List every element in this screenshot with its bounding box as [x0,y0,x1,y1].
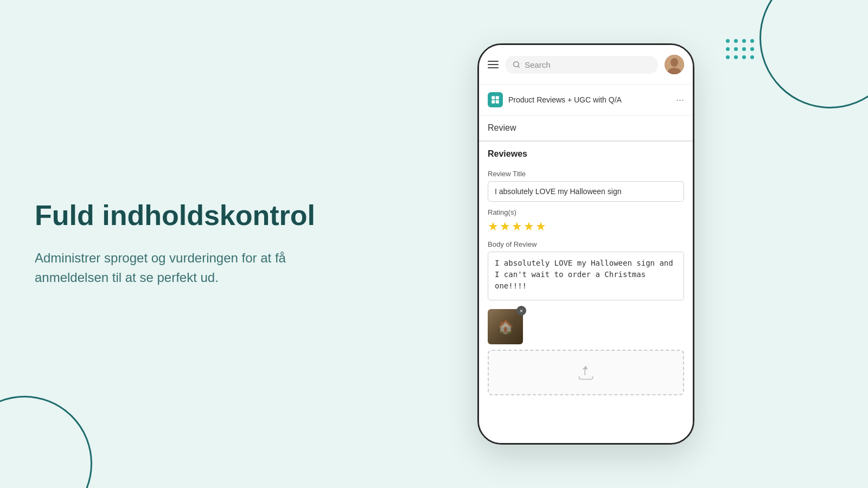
app-icon [488,92,503,107]
app-title-row: Product Reviews + UGC with Q/A ··· [479,85,693,115]
phone-content: Review Reviewes Review Title I absolutel… [479,115,693,443]
review-tab[interactable]: Review [479,115,693,142]
svg-rect-8 [496,100,499,104]
left-content-area: Fuld indholdskontrol Administrer sproget… [35,200,339,287]
phone-navbar: Search [479,45,693,85]
main-heading: Fuld indholdskontrol [35,200,339,231]
svg-point-3 [671,58,678,67]
image-thumbnail: 🏠 × [488,309,523,344]
phone-mockup-container: Search [477,43,694,445]
search-bar[interactable]: Search [505,56,658,74]
ellipsis-menu-button[interactable]: ··· [676,94,684,106]
decorative-circle-bottom-left [0,396,92,488]
app-icon-svg [490,95,500,105]
search-placeholder-text: Search [525,60,551,69]
hamburger-menu-button[interactable] [488,61,499,68]
star-rating[interactable]: ★★★★★ [488,220,684,234]
svg-rect-5 [492,96,495,99]
avatar-image [665,55,684,74]
app-title-text: Product Reviews + UGC with Q/A [508,95,671,104]
review-title-label: Review Title [488,170,684,178]
thumbnail-content-icon: 🏠 [497,319,514,335]
phone-frame: Search [477,43,694,445]
body-textarea[interactable]: I absolutely LOVE my Halloween sign and … [488,252,684,300]
svg-rect-6 [496,96,499,99]
upload-area[interactable] [488,350,684,395]
ratings-label: Rating(s) [488,208,684,216]
svg-line-1 [518,66,520,68]
decorative-dots [726,39,754,59]
upload-icon [575,362,597,383]
decorative-circle-top-right [760,0,868,108]
remove-image-button[interactable]: × [516,306,526,316]
image-preview-area: 🏠 × [479,303,693,344]
body-label: Body of Review [488,240,684,248]
search-icon [513,61,520,68]
review-title-input[interactable]: I absolutely LOVE my Halloween sign [488,181,684,202]
svg-rect-7 [492,100,495,104]
reviewes-section-title: Reviewes [479,142,693,163]
form-section: Review Title I absolutely LOVE my Hallow… [479,170,693,303]
sub-text: Administrer sproget og vurderingen for a… [35,249,339,288]
avatar[interactable] [665,55,684,74]
